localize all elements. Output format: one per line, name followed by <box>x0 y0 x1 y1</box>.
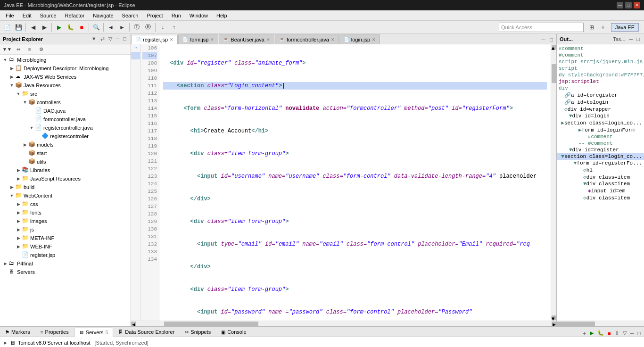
run-btn[interactable]: ▶ <box>54 22 64 33</box>
tab-formcontroller-java[interactable]: ☕ formcontroller.java ✕ <box>275 34 339 44</box>
forward-btn[interactable]: ▶ <box>39 22 50 33</box>
maximize-panel-btn[interactable]: □ <box>122 35 128 42</box>
menu-file[interactable]: File <box>2 12 18 19</box>
hscroll-track[interactable] <box>136 322 552 326</box>
expand-build-arrow[interactable]: ▶ <box>8 185 15 190</box>
tree-item-registercontroller-class[interactable]: 🔷 registercontroller <box>0 132 131 140</box>
expand-jaxws-arrow[interactable]: ▶ <box>8 74 15 79</box>
outline-body[interactable]: dy style=background:#F7F7F7; <box>557 72 644 78</box>
outline-comment-1[interactable]: #comment <box>557 45 644 52</box>
outline-div-register[interactable]: ▼ div id=register <box>557 147 644 153</box>
menu-navigate[interactable]: Navigate <box>89 12 117 19</box>
minimize-button[interactable]: — <box>617 2 623 8</box>
tab-datasource-explorer[interactable]: 🗄 Data Source Explorer <box>113 327 180 337</box>
tree-item-utils[interactable]: 📦 utils <box>0 157 131 166</box>
expand-registercontroller-arrow[interactable]: ▼ <box>28 125 35 130</box>
tree-item-js[interactable]: ▶ 📁 js <box>0 225 131 234</box>
hscroll-thumb[interactable] <box>164 322 258 326</box>
bottom-min-btn[interactable]: ─ <box>629 330 636 337</box>
expand-models-arrow[interactable]: ▶ <box>22 142 28 147</box>
stop-server-btn[interactable]: ■ <box>606 330 612 337</box>
tree-item-descriptor[interactable]: ▶ 📋 Deployment Descriptor: Microbloging <box>0 64 131 73</box>
open-perspective-btn[interactable]: + <box>598 22 608 33</box>
tree-item-web-inf[interactable]: ▶ 📁 WEB-INF <box>0 242 131 251</box>
expand-java-resources-arrow[interactable]: ▼ <box>8 83 15 88</box>
expand-controllers-arrow[interactable]: ▼ <box>22 100 28 105</box>
hscroll-right-btn[interactable]: ► <box>552 322 556 326</box>
collapse-btn[interactable]: ▼▼ <box>2 44 12 55</box>
outline-div-wrapper[interactable]: ◇ div id=wrapper <box>557 106 644 113</box>
next-edit-btn[interactable]: ► <box>117 22 127 33</box>
expand-p4final-arrow[interactable]: ▶ <box>2 261 8 266</box>
debug-btn[interactable]: 🐛 <box>65 22 75 33</box>
bottom-max-btn[interactable]: □ <box>636 330 642 337</box>
formcontroller-tab-close[interactable]: ✕ <box>331 37 335 42</box>
perspectives-btn[interactable]: ⊞ <box>586 22 597 33</box>
code-editor[interactable]: <div id="register" class="animate_form">… <box>159 44 551 321</box>
expand-css-arrow[interactable]: ▶ <box>15 202 22 207</box>
expand-src-arrow[interactable]: ▼ <box>15 91 22 96</box>
editor-max-btn[interactable]: □ <box>548 36 554 43</box>
tree-item-models[interactable]: ▶ 📦 models <box>0 140 131 149</box>
publish-server-btn[interactable]: ⇧ <box>613 330 620 337</box>
tree-item-dao[interactable]: 📄 DAO.java <box>0 107 131 115</box>
scroll-up-btn[interactable]: ▲ <box>552 45 556 50</box>
outline-div-login[interactable]: ▼ div id=login <box>557 113 644 119</box>
expand-microbloging-arrow[interactable]: ▼ <box>2 58 8 62</box>
collapse-all-btn[interactable]: ▼ <box>90 35 98 42</box>
expand-js-resources-arrow[interactable]: ▶ <box>15 176 22 181</box>
menu-help[interactable]: Help <box>213 12 231 19</box>
tab-markers[interactable]: ⚑ Markers <box>0 327 35 337</box>
expand-webcontent-arrow[interactable]: ▼ <box>8 193 15 198</box>
login-jsp-tab-close[interactable]: ✕ <box>372 37 376 42</box>
tree-item-webcontent[interactable]: ▼ 📁 WebContent <box>0 191 131 200</box>
new-btn[interactable]: 📄 <box>2 22 12 33</box>
expand-meta-arrow[interactable]: ▶ <box>15 236 22 240</box>
tab-form-jsp[interactable]: 📄 form.jsp ✕ <box>178 34 218 44</box>
server-row-tomcat[interactable]: ▶ 🖥 Tomcat v8.0 Server at localhost [Sta… <box>4 339 640 347</box>
tab-login-jsp[interactable]: 📄 login.jsp ✕ <box>339 34 380 44</box>
expand-fonts-arrow[interactable]: ▶ <box>15 210 22 215</box>
expand-descriptor-arrow[interactable]: ▶ <box>8 66 15 71</box>
debug-server-btn[interactable]: 🐛 <box>596 330 605 337</box>
beanuser-tab-close[interactable]: ✕ <box>266 37 270 42</box>
tree-item-build[interactable]: ▶ 📁 build <box>0 183 131 191</box>
tree-item-start[interactable]: 📦 start <box>0 149 131 157</box>
outline-div-item-3[interactable]: ◇ div class=item <box>557 194 644 201</box>
form-jsp-tab-close[interactable]: ✕ <box>210 37 214 42</box>
save-btn[interactable]: 💾 <box>13 22 24 33</box>
menu-source[interactable]: Source <box>36 12 60 19</box>
new-filter-btn[interactable]: ≡ <box>25 44 35 55</box>
menu-project[interactable]: Project <box>143 12 166 19</box>
tree-item-images[interactable]: ▶ 📁 images <box>0 217 131 225</box>
menu-window[interactable]: Window <box>186 12 212 19</box>
scroll-thumb[interactable] <box>552 64 556 83</box>
outline-form-registerFo[interactable]: ▼ form id=registerFo... <box>557 160 644 166</box>
tab-properties[interactable]: ≡ Properties <box>35 327 74 337</box>
menu-search[interactable]: Search <box>118 12 142 19</box>
scroll-track[interactable] <box>552 50 556 315</box>
tree-item-controllers[interactable]: ▼ 📦 controllers <box>0 98 131 107</box>
outline-section-login[interactable]: ▶ section class=login_co... <box>557 119 644 126</box>
tree-item-register-jsp[interactable]: 📄 register.jsp <box>0 251 131 259</box>
menu-run[interactable]: Run <box>168 12 185 19</box>
tab-snippets[interactable]: ✂ Snippets <box>180 327 216 337</box>
outline-section-register[interactable]: ▼ section class=login_co... <box>557 153 644 160</box>
tree-item-css[interactable]: ▶ 📁 css <box>0 200 131 208</box>
prev-edit-btn[interactable]: ◄ <box>106 22 116 33</box>
tab-servers[interactable]: 🖥 Servers 5 <box>74 328 113 337</box>
tree-item-formcontroller[interactable]: 📄 formcontroller.java <box>0 115 131 124</box>
outline-max-btn[interactable]: □ <box>635 36 641 42</box>
tree-item-jaxws[interactable]: ▶ ☁ JAX-WS Web Services <box>0 73 131 81</box>
open-resource-btn[interactable]: Ⓡ <box>143 22 153 33</box>
outline-comment-4[interactable]: -- #comment <box>557 140 644 147</box>
expand-js-arrow[interactable]: ▶ <box>15 227 22 232</box>
tree-item-meta-inf[interactable]: ▶ 📁 META-INF <box>0 234 131 242</box>
expand-images-arrow[interactable]: ▶ <box>15 219 22 223</box>
start-server-btn[interactable]: ▶ <box>588 330 595 337</box>
tree-item-java-resources[interactable]: ▼ 📦 Java Resources <box>0 81 131 90</box>
vertical-scrollbar[interactable]: ▲ ▼ <box>551 44 556 321</box>
stop-btn[interactable]: ■ <box>76 22 87 33</box>
outline-comment-2[interactable]: #comment <box>557 52 644 58</box>
java-ee-perspective[interactable]: Java EE <box>611 23 639 32</box>
